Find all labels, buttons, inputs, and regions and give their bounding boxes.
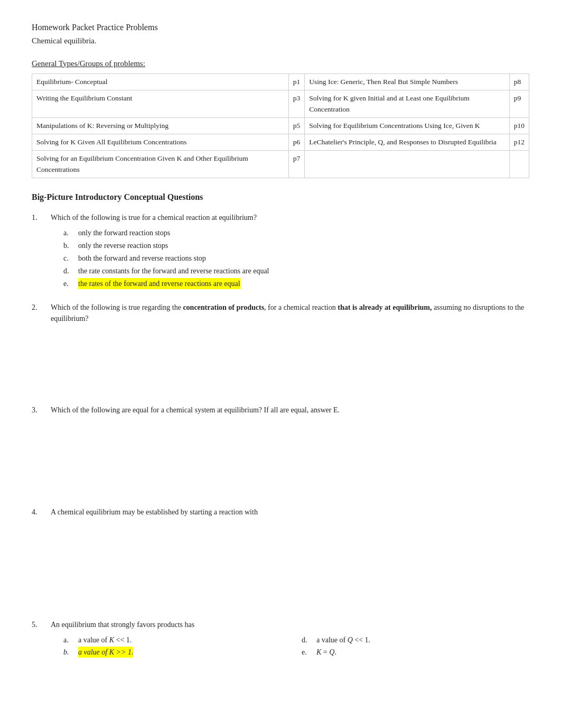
question-2: 2. Which of the following is true regard… xyxy=(32,302,529,392)
question-1-options: a. only the forward reaction stops b. on… xyxy=(63,227,529,289)
toc-left-label: Equilibrium- Conceptual xyxy=(32,74,289,90)
option-letter: e. xyxy=(302,647,316,658)
question-3-blank xyxy=(32,420,529,494)
toc-right-page: p8 xyxy=(509,74,529,90)
option-text: a value of K << 1. xyxy=(78,634,132,646)
question-5-options: a. a value of K << 1. d. a value of Q <<… xyxy=(63,634,529,658)
toc-left-label: Solving for an Equilibrium Concentration… xyxy=(32,151,289,178)
toc-right-label: LeChatelier's Principle, Q, and Response… xyxy=(305,134,509,151)
question-5-text: 5. An equilibrium that strongly favors p… xyxy=(32,619,529,630)
question-1: 1. Which of the following is true for a … xyxy=(32,212,529,289)
toc-row: Manipulations of K: Reversing or Multipl… xyxy=(32,117,529,134)
toc-left-page: p7 xyxy=(288,151,305,178)
toc-left-page: p1 xyxy=(288,74,305,90)
question-2-blank xyxy=(32,328,529,392)
question-1-text: 1. Which of the following is true for a … xyxy=(32,212,529,223)
toc-left-label: Writing the Equilibrium Constant xyxy=(32,90,289,118)
option-letter: b. xyxy=(63,647,78,658)
toc-table: Equilibrium- Conceptual p1 Using Ice: Ge… xyxy=(32,73,529,178)
toc-row: Solving for an Equilibrium Concentration… xyxy=(32,151,529,178)
question-3-text: 3. Which of the following are equal for … xyxy=(32,404,529,416)
question-4-num: 4. xyxy=(32,506,51,518)
list-item: d. a value of Q << 1. xyxy=(302,634,529,646)
option-text: only the reverse reaction stops xyxy=(78,240,168,251)
question-4-body: A chemical equilibrium may be establishe… xyxy=(51,506,529,518)
bold-text: that is already at equilibrium, xyxy=(338,303,432,311)
toc-right-page: p10 xyxy=(509,117,529,134)
question-1-body: Which of the following is true for a che… xyxy=(51,212,529,223)
option-letter: a. xyxy=(63,634,78,646)
toc-right-label: Using Ice: Generic, Then Real But Simple… xyxy=(305,74,509,90)
list-item: a. only the forward reaction stops xyxy=(63,227,529,238)
toc-row: Equilibrium- Conceptual p1 Using Ice: Ge… xyxy=(32,74,529,90)
header-section: Homework Packet Practice Problems Chemic… xyxy=(32,21,529,47)
question-4: 4. A chemical equilibrium may be establi… xyxy=(32,506,529,606)
list-item: e. the rates of the forward and reverse … xyxy=(63,278,529,289)
toc-row: Writing the Equilibrium Constant p3 Solv… xyxy=(32,90,529,118)
list-item: a. a value of K << 1. xyxy=(63,634,291,646)
option-text: a value of Q << 1. xyxy=(316,634,370,646)
option-text: the rate constants for the forward and r… xyxy=(78,265,269,277)
question-5-num: 5. xyxy=(32,619,51,630)
toc-right-label xyxy=(305,151,509,178)
toc-left-label: Manipulations of K: Reversing or Multipl… xyxy=(32,117,289,134)
option-letter: d. xyxy=(63,265,78,277)
toc-section: General Types/Groups of problems: Equili… xyxy=(32,58,529,178)
question-3-num: 3. xyxy=(32,404,51,416)
option-text: both the forward and reverse reactions s… xyxy=(78,253,206,264)
option-text-highlighted: a value of K >> 1. xyxy=(78,647,133,658)
question-1-num: 1. xyxy=(32,212,51,223)
option-letter: b. xyxy=(63,240,78,251)
option-text-highlighted: the rates of the forward and reverse rea… xyxy=(78,278,240,289)
option-letter: c. xyxy=(63,253,78,264)
list-item: e. K = Q. xyxy=(302,647,529,658)
page-title: Homework Packet Practice Problems xyxy=(32,21,529,34)
question-3: 3. Which of the following are equal for … xyxy=(32,404,529,494)
toc-right-label: Solving for Equilibrium Concentrations U… xyxy=(305,117,509,134)
question-3-body: Which of the following are equal for a c… xyxy=(51,404,529,416)
question-4-text: 4. A chemical equilibrium may be establi… xyxy=(32,506,529,518)
question-2-num: 2. xyxy=(32,302,51,324)
list-item: d. the rate constants for the forward an… xyxy=(63,265,529,277)
toc-right-page: p12 xyxy=(509,134,529,151)
option-letter: d. xyxy=(302,634,316,646)
question-2-body: Which of the following is true regarding… xyxy=(51,302,529,324)
question-4-blank xyxy=(32,522,529,606)
toc-row: Solving for K Given All Equilibrium Conc… xyxy=(32,134,529,151)
toc-left-page: p3 xyxy=(288,90,305,118)
toc-left-page: p5 xyxy=(288,117,305,134)
question-2-text: 2. Which of the following is true regard… xyxy=(32,302,529,324)
toc-heading: General Types/Groups of problems: xyxy=(32,58,529,70)
question-5: 5. An equilibrium that strongly favors p… xyxy=(32,619,529,658)
option-text: K = Q. xyxy=(316,647,336,658)
bold-text: concentration of products xyxy=(183,303,264,311)
toc-right-label: Solving for K given Initial and at Least… xyxy=(305,90,509,118)
toc-left-label: Solving for K Given All Equilibrium Conc… xyxy=(32,134,289,151)
list-item: c. both the forward and reverse reaction… xyxy=(63,253,529,264)
list-item: b. only the reverse reaction stops xyxy=(63,240,529,251)
option-letter: a. xyxy=(63,227,78,238)
list-item: b. a value of K >> 1. xyxy=(63,647,291,658)
section-heading-big-picture: Big-Picture Introductory Conceptual Ques… xyxy=(32,191,529,204)
toc-right-page: p9 xyxy=(509,90,529,118)
toc-right-page xyxy=(509,151,529,178)
option-text: only the forward reaction stops xyxy=(78,227,170,238)
option-letter: e. xyxy=(63,278,78,289)
toc-left-page: p6 xyxy=(288,134,305,151)
question-5-body: An equilibrium that strongly favors prod… xyxy=(51,619,529,630)
page-subtitle: Chemical equilibria. xyxy=(32,35,529,47)
